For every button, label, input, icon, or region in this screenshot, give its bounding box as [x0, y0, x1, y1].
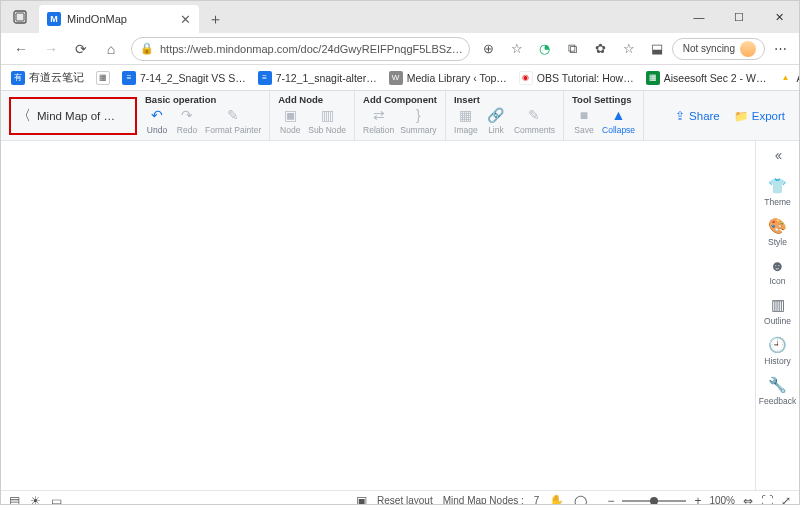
link-label: Link — [488, 125, 504, 135]
sub-node-icon: ▥ — [318, 106, 336, 124]
sidebar-feedback-button[interactable]: 🔧Feedback — [759, 376, 796, 406]
summary-icon: } — [409, 106, 427, 124]
format-painter-button[interactable]: ✎Format Painter — [205, 106, 261, 135]
performance-icon[interactable]: ☆ — [616, 36, 642, 62]
downloads-icon[interactable]: ⬓ — [644, 36, 670, 62]
sidebar-history-button[interactable]: 🕘History — [764, 336, 790, 366]
image-icon: ▦ — [457, 106, 475, 124]
bookmark-item[interactable]: ▦ — [92, 69, 114, 87]
export-button[interactable]: 📁Export — [734, 109, 785, 123]
home-button[interactable]: ⌂ — [97, 35, 125, 63]
favorite-icon[interactable]: ☆ — [504, 36, 530, 62]
node-button[interactable]: ▣Node — [278, 106, 302, 135]
bookmark-item[interactable]: ▦Aiseesoft Sec 2 - W… — [642, 69, 771, 87]
style-icon: 🎨 — [768, 217, 787, 235]
favicon-icon: М — [47, 12, 61, 26]
svg-rect-1 — [16, 13, 24, 21]
theme-toggle-icon[interactable]: ☀ — [30, 494, 41, 506]
refresh-button[interactable]: ⟳ — [67, 35, 95, 63]
toolbar-group-basic-operation: Basic operation↶Undo↷Redo✎Format Painter — [137, 91, 270, 140]
relation-button[interactable]: ⇄Relation — [363, 106, 394, 135]
bookmark-item[interactable]: 有有道云笔记 — [7, 69, 88, 87]
folder-icon: 📁 — [734, 109, 748, 123]
close-window-button[interactable]: ✕ — [759, 1, 799, 33]
sub-node-button[interactable]: ▥Sub Node — [308, 106, 346, 135]
theme-label: Theme — [764, 197, 790, 207]
group-title: Add Component — [363, 94, 437, 105]
fit-screen-icon[interactable]: ⛶ — [761, 494, 773, 506]
comments-label: Comments — [514, 125, 555, 135]
new-tab-button[interactable]: ＋ — [203, 7, 227, 31]
sidebar-icon-button[interactable]: ☻Icon — [769, 257, 785, 286]
export-label: Export — [752, 110, 785, 122]
fit-width-icon[interactable]: ⇔ — [743, 494, 753, 506]
zoom-percent: 100% — [709, 495, 735, 505]
bookmark-label: OBS Tutorial: How… — [537, 72, 634, 84]
redo-button[interactable]: ↷Redo — [175, 106, 199, 135]
icon-icon: ☻ — [770, 257, 786, 274]
more-menu-button[interactable]: ⋯ — [767, 36, 793, 62]
view-mode-icon[interactable]: ▤ — [9, 494, 20, 506]
back-button[interactable]: ← — [7, 35, 35, 63]
maximize-button[interactable]: ☐ — [719, 1, 759, 33]
tab-strip-handle[interactable] — [1, 1, 39, 33]
reset-layout-button[interactable]: Reset layout — [377, 495, 433, 505]
hand-tool-icon[interactable]: ✋ — [549, 494, 564, 506]
extensions-icon[interactable]: ✿ — [588, 36, 614, 62]
bookmark-label: Article-Drafts - Goo… — [796, 72, 800, 84]
document-title-box[interactable]: 〈 Mind Map of … — [9, 97, 137, 135]
bookmark-item[interactable]: ≡7-14_2_Snagit VS S… — [118, 69, 250, 87]
sidebar-style-button[interactable]: 🎨Style — [768, 217, 787, 247]
collapse-sidebar-button[interactable]: ‹‹ — [775, 147, 780, 163]
bookmark-item[interactable]: ◉OBS Tutorial: How… — [515, 69, 638, 87]
sidebar-theme-button[interactable]: 👕Theme — [764, 177, 790, 207]
undo-button[interactable]: ↶Undo — [145, 106, 169, 135]
sync-label: Not syncing — [683, 43, 735, 54]
bookmark-item[interactable]: ≡7-12_1_snagit-alter… — [254, 69, 381, 87]
right-sidebar: ‹‹ 👕Theme🎨Style☻Icon▥Outline🕘History🔧Fee… — [755, 141, 799, 490]
image-button[interactable]: ▦Image — [454, 106, 478, 135]
fullscreen-icon[interactable]: ⤢ — [781, 494, 791, 506]
presentation-icon[interactable]: ▭ — [51, 494, 62, 506]
bookmark-item[interactable]: ▲Article-Drafts - Goo… — [774, 69, 800, 87]
comments-button[interactable]: ✎Comments — [514, 106, 555, 135]
workspace: ‹‹ 👕Theme🎨Style☻Icon▥Outline🕘History🔧Fee… — [1, 141, 799, 490]
link-button[interactable]: 🔗Link — [484, 106, 508, 135]
profile-sync-button[interactable]: Not syncing — [672, 38, 765, 60]
forward-button[interactable]: → — [37, 35, 65, 63]
back-icon[interactable]: 〈 — [17, 107, 31, 125]
zoom-indicator-icon[interactable]: ⊕ — [476, 36, 502, 62]
browser-tab[interactable]: М MindOnMap ✕ — [39, 5, 199, 33]
share-button[interactable]: ⇪Share — [675, 109, 720, 123]
canvas[interactable] — [1, 141, 755, 490]
sidebar-outline-button[interactable]: ▥Outline — [764, 296, 791, 326]
summary-button[interactable]: }Summary — [400, 106, 436, 135]
collections-icon[interactable]: ⧉ — [560, 36, 586, 62]
bookmark-label: 有道云笔记 — [29, 71, 84, 85]
history-label: History — [764, 356, 790, 366]
toolbar-group-add-node: Add Node▣Node▥Sub Node — [270, 91, 355, 140]
copilot-icon[interactable]: ◔ — [532, 36, 558, 62]
bookmarks-bar: 有有道云笔记 ▦ ≡7-14_2_Snagit VS S… ≡7-12_1_sn… — [1, 65, 799, 91]
undo-icon: ↶ — [148, 106, 166, 124]
url-text: https://web.mindonmap.com/doc/24dGwyREIF… — [160, 43, 463, 55]
bookmark-item[interactable]: WMedia Library ‹ Top… — [385, 69, 511, 87]
undo-label: Undo — [147, 125, 167, 135]
zoom-out-button[interactable]: − — [607, 494, 614, 506]
save-button[interactable]: ■Save — [572, 106, 596, 135]
url-input[interactable]: 🔒 https://web.mindonmap.com/doc/24dGwyRE… — [131, 37, 470, 61]
browser-titlebar: М MindOnMap ✕ ＋ — ☐ ✕ — [1, 1, 799, 33]
redo-label: Redo — [177, 125, 197, 135]
close-tab-icon[interactable]: ✕ — [180, 12, 191, 27]
select-tool-icon[interactable]: ◯ — [574, 494, 587, 506]
zoom-in-button[interactable]: + — [694, 494, 701, 506]
minimize-button[interactable]: — — [679, 1, 719, 33]
sub-node-label: Sub Node — [308, 125, 346, 135]
zoom-slider[interactable] — [622, 500, 686, 502]
bookmark-label: Media Library ‹ Top… — [407, 72, 507, 84]
bookmark-icon: 有 — [11, 71, 25, 85]
bookmark-label: 7-12_1_snagit-alter… — [276, 72, 377, 84]
collapse-label: Collapse — [602, 125, 635, 135]
save-icon: ■ — [575, 106, 593, 124]
collapse-button[interactable]: ▲Collapse — [602, 106, 635, 135]
